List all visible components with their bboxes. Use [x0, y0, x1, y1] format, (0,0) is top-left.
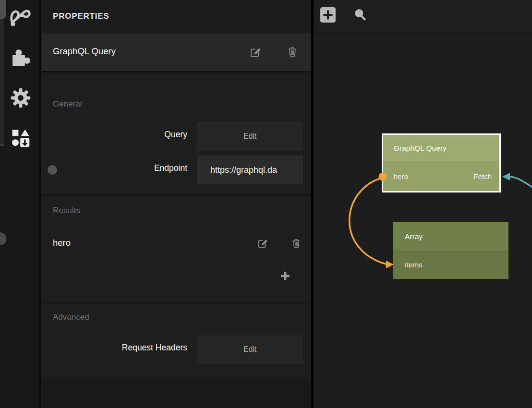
gear-icon	[10, 87, 32, 111]
endpoint-label: Endpoint	[42, 163, 187, 173]
add-node-button[interactable]	[320, 8, 336, 24]
noodl-logo-icon	[8, 4, 33, 31]
edit-result-button[interactable]	[255, 237, 270, 251]
node-graphql-query[interactable]: GraphQL Query hero Fetch	[382, 133, 501, 192]
selected-node-row[interactable]: GraphQL Query	[42, 34, 311, 72]
trash-icon	[287, 46, 298, 60]
request-headers-edit-button[interactable]: Edit	[197, 335, 303, 364]
node-ports-row: Items	[393, 251, 508, 279]
canvas-toolbar	[314, 0, 532, 34]
sidebar	[0, 0, 41, 408]
selected-node-name: GraphQL Query	[53, 46, 116, 57]
node-title: Array	[393, 222, 508, 251]
plus-icon	[279, 270, 291, 284]
edit-icon	[257, 237, 268, 251]
panel-footer-area	[42, 377, 311, 408]
trash-icon	[291, 238, 302, 251]
connection-arrowhead-fetch	[502, 173, 510, 180]
plus-icon	[320, 7, 336, 25]
panel-drag-handle[interactable]	[0, 232, 6, 245]
request-headers-label: Request Headers	[42, 343, 187, 353]
puzzle-icon	[10, 46, 32, 70]
search-button[interactable]	[352, 8, 368, 24]
panel-title: PROPERTIES	[53, 12, 109, 21]
sidebar-item-settings[interactable]	[0, 84, 41, 114]
node-canvas[interactable]: GraphQL Query hero Fetch Array Items	[314, 0, 532, 408]
section-divider	[42, 195, 311, 196]
delete-node-button[interactable]	[285, 46, 300, 60]
node-array[interactable]: Array Items	[393, 222, 508, 279]
add-result-button[interactable]	[278, 270, 292, 284]
port-fetch[interactable]: Fetch	[473, 172, 492, 180]
delete-result-button[interactable]	[289, 237, 303, 252]
properties-header: PROPERTIES	[42, 0, 311, 34]
app-window: PROPERTIES GraphQL Query	[0, 0, 532, 408]
endpoint-input[interactable]	[197, 156, 303, 184]
rename-node-button[interactable]	[248, 46, 263, 60]
section-divider	[42, 302, 311, 303]
connection-offscreen-to-fetch	[508, 177, 532, 187]
properties-panel: PROPERTIES GraphQL Query	[42, 0, 311, 408]
sidebar-item-nodes[interactable]	[0, 2, 41, 33]
section-label-advanced: Advanced	[53, 312, 89, 322]
edit-icon	[249, 46, 262, 60]
result-item-name: hero	[53, 238, 149, 248]
components-icon	[10, 128, 31, 151]
port-items[interactable]: Items	[405, 261, 423, 269]
section-label-results: Results	[53, 206, 80, 216]
connections-layer	[314, 0, 532, 408]
node-ports-row: hero Fetch	[383, 161, 499, 191]
sidebar-item-plugins[interactable]	[0, 43, 41, 73]
node-title: GraphQL Query	[383, 135, 499, 161]
query-edit-button[interactable]: Edit	[197, 122, 303, 151]
sidebar-item-components[interactable]	[0, 124, 41, 155]
section-label-general: General	[53, 99, 82, 109]
search-icon	[352, 7, 368, 25]
port-hero[interactable]: hero	[394, 172, 408, 180]
query-label: Query	[42, 130, 187, 140]
